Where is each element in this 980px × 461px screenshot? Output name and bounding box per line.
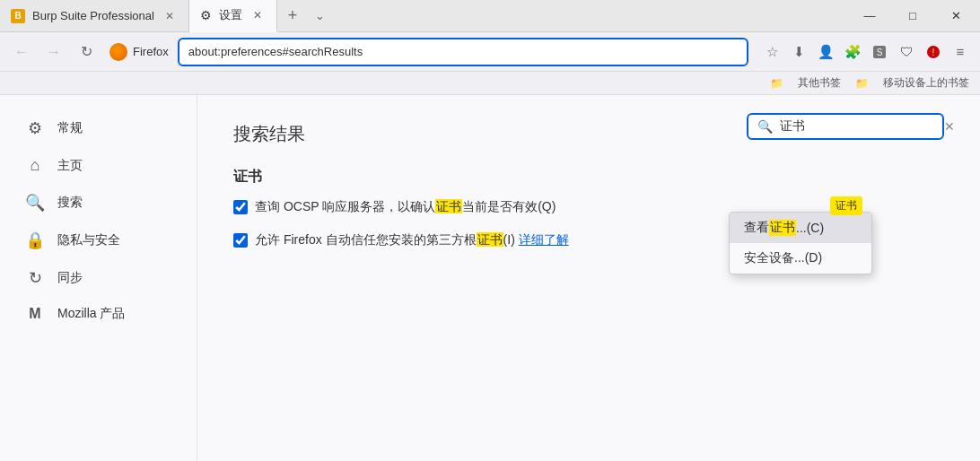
sidebar-item-general[interactable]: ⚙ 常规 bbox=[7, 109, 189, 147]
shield-button[interactable]: 🛡 bbox=[894, 39, 919, 65]
new-tab-button[interactable]: + bbox=[277, 0, 309, 31]
tab-settings-close[interactable]: ✕ bbox=[249, 7, 266, 23]
tooltip-item-view-cert-before: 查看 bbox=[744, 220, 769, 236]
home-icon: ⌂ bbox=[25, 156, 45, 175]
sidebar-item-home[interactable]: ⌂ 主页 bbox=[7, 147, 189, 184]
other-bookmarks[interactable]: 其他书签 bbox=[794, 74, 844, 92]
result-1-text: 查询 OCSP 响应服务器，以确认证书当前是否有效(Q) bbox=[255, 197, 556, 216]
url-text: about:preferences#searchResults bbox=[188, 45, 738, 58]
nav-bar: ← → ↻ Firefox about:preferences#searchRe… bbox=[0, 32, 980, 72]
browser-logo: Firefox bbox=[109, 43, 169, 61]
tab-overflow-button[interactable]: ⌄ bbox=[308, 0, 332, 31]
tooltip-item-security-devices[interactable]: 安全设备...(D) bbox=[730, 243, 871, 274]
tab-burp-label: Burp Suite Professional bbox=[32, 9, 154, 22]
firefox-icon bbox=[109, 43, 127, 61]
minimize-button[interactable]: — bbox=[849, 0, 890, 32]
tooltip-item-cert-highlight: 证书 bbox=[769, 220, 796, 236]
sidebar-label-privacy: 隐私与安全 bbox=[57, 232, 120, 248]
maximize-button[interactable]: □ bbox=[892, 0, 933, 32]
search-clear-button[interactable]: ✕ bbox=[944, 118, 955, 135]
menu-button[interactable]: ≡ bbox=[948, 39, 973, 65]
result-2-link[interactable]: 详细了解 bbox=[519, 232, 569, 247]
search-box[interactable]: 🔍 ✕ bbox=[747, 113, 944, 140]
sync-icon-button[interactable]: S bbox=[867, 39, 892, 65]
mobile-folder-icon: 📁 bbox=[855, 77, 869, 90]
result-2-checkbox-area: 允许 Firefox 自动信任您安装的第三方根证书(I) 详细了解 bbox=[233, 230, 569, 249]
result-2-text: 允许 Firefox 自动信任您安装的第三方根证书(I) 详细了解 bbox=[255, 230, 569, 249]
extensions-button[interactable]: 🧩 bbox=[840, 39, 865, 65]
window-controls: — □ ✕ bbox=[849, 0, 980, 31]
star-button[interactable]: ☆ bbox=[759, 39, 784, 65]
title-bar: B Burp Suite Professional ✕ ⚙ 设置 ✕ + ⌄ —… bbox=[0, 0, 980, 32]
addon-icon-button[interactable]: ! bbox=[921, 39, 946, 65]
addon-svg: ! bbox=[926, 45, 941, 59]
close-button[interactable]: ✕ bbox=[935, 0, 976, 32]
sidebar-item-privacy[interactable]: 🔒 隐私与安全 bbox=[7, 222, 189, 259]
result-1-checkbox-area: 查询 OCSP 响应服务器，以确认证书当前是否有效(Q) bbox=[233, 197, 556, 216]
result-1-text-after: 当前是否有效(Q) bbox=[462, 199, 556, 213]
search-icon: 🔍 bbox=[757, 119, 773, 134]
tooltip-security-label: 安全设备...(D) bbox=[744, 250, 822, 266]
main-layout: ⚙ 常规 ⌂ 主页 🔍 搜索 🔒 隐私与安全 ↻ 同步 M Mozilla 产品 bbox=[0, 95, 980, 461]
reload-button[interactable]: ↻ bbox=[72, 38, 101, 66]
mozilla-icon: M bbox=[25, 306, 45, 322]
tab-settings-label: 设置 bbox=[219, 7, 242, 23]
tooltip-item-view-cert[interactable]: 查看证书...(C) bbox=[730, 213, 871, 243]
tab-burp[interactable]: B Burp Suite Professional ✕ bbox=[0, 0, 189, 31]
back-button[interactable]: ← bbox=[7, 38, 36, 66]
forward-button[interactable]: → bbox=[39, 38, 68, 66]
sync-sidebar-icon: ↻ bbox=[25, 268, 45, 288]
mobile-bookmarks-folder-icon: 📁 bbox=[852, 75, 872, 91]
result-2-highlight: 证书 bbox=[477, 232, 503, 247]
result-2-text-after: (I) bbox=[503, 232, 515, 247]
tooltip-popup: 证书 查看证书...(C) 安全设备...(D) bbox=[729, 212, 872, 274]
sidebar: ⚙ 常规 ⌂ 主页 🔍 搜索 🔒 隐私与安全 ↻ 同步 M Mozilla 产品 bbox=[0, 95, 197, 461]
sidebar-item-search[interactable]: 🔍 搜索 bbox=[7, 184, 189, 222]
bookmarks-bar: 📁 其他书签 📁 移动设备上的书签 bbox=[0, 72, 980, 95]
search-input[interactable] bbox=[780, 119, 937, 134]
burp-icon: B bbox=[11, 9, 25, 23]
sidebar-item-sync[interactable]: ↻ 同步 bbox=[7, 259, 189, 297]
result-1-text-before: 查询 OCSP 响应服务器，以确认 bbox=[255, 199, 435, 213]
result-1-checkbox[interactable] bbox=[233, 200, 248, 214]
content-area: 🔍 ✕ 搜索结果 证书 查询 OCSP 响应服务器，以确认证书当前是否有效(Q) bbox=[197, 95, 980, 461]
settings-gear-icon: ⚙ bbox=[200, 8, 212, 22]
nav-icons: ☆ ⬇ 👤 🧩 S 🛡 ! ≡ bbox=[759, 39, 973, 65]
result-2-checkbox[interactable] bbox=[233, 233, 248, 248]
general-icon: ⚙ bbox=[25, 118, 45, 138]
bookmark-folder-icon: 📁 bbox=[766, 75, 787, 91]
sidebar-label-home: 主页 bbox=[57, 158, 83, 174]
chevron-down-icon: ⌄ bbox=[315, 9, 325, 22]
url-bar[interactable]: about:preferences#searchResults bbox=[178, 38, 748, 66]
lock-icon: 🔒 bbox=[25, 230, 45, 250]
mobile-bookmarks[interactable]: 移动设备上的书签 bbox=[879, 74, 973, 92]
sidebar-label-search: 搜索 bbox=[57, 195, 83, 211]
search-container: 🔍 ✕ bbox=[747, 113, 944, 140]
tooltip-label: 证书 bbox=[830, 196, 862, 215]
search-sidebar-icon: 🔍 bbox=[25, 193, 45, 213]
account-button[interactable]: 👤 bbox=[813, 39, 838, 65]
sidebar-label-mozilla: Mozilla 产品 bbox=[57, 306, 125, 322]
sidebar-item-mozilla[interactable]: M Mozilla 产品 bbox=[7, 297, 189, 331]
svg-text:!: ! bbox=[932, 48, 935, 57]
tab-settings[interactable]: ⚙ 设置 ✕ bbox=[189, 0, 277, 32]
tab-burp-close[interactable]: ✕ bbox=[162, 8, 178, 24]
browser-name-label: Firefox bbox=[133, 45, 169, 58]
sync-svg: S bbox=[872, 45, 887, 59]
sidebar-label-sync: 同步 bbox=[57, 270, 83, 286]
folder-icon: 📁 bbox=[770, 77, 783, 90]
section-title: 证书 bbox=[233, 168, 944, 187]
tooltip-item-view-cert-after: ...(C) bbox=[796, 221, 824, 235]
download-button[interactable]: ⬇ bbox=[786, 39, 811, 65]
result-2-text-before: 允许 Firefox 自动信任您安装的第三方根 bbox=[255, 232, 477, 247]
result-1-highlight: 证书 bbox=[435, 199, 462, 213]
svg-text:S: S bbox=[877, 48, 883, 57]
sidebar-label-general: 常规 bbox=[57, 120, 83, 136]
